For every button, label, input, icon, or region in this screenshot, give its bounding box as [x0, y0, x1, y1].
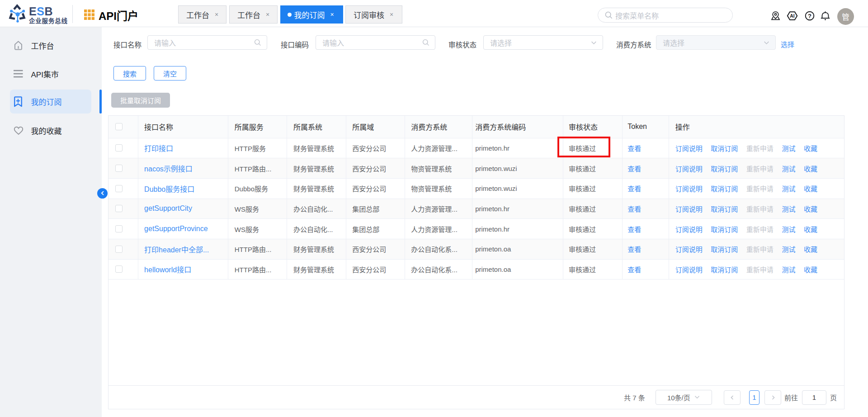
svg-text:AI: AI [790, 13, 795, 19]
svg-text:?: ? [808, 13, 811, 19]
